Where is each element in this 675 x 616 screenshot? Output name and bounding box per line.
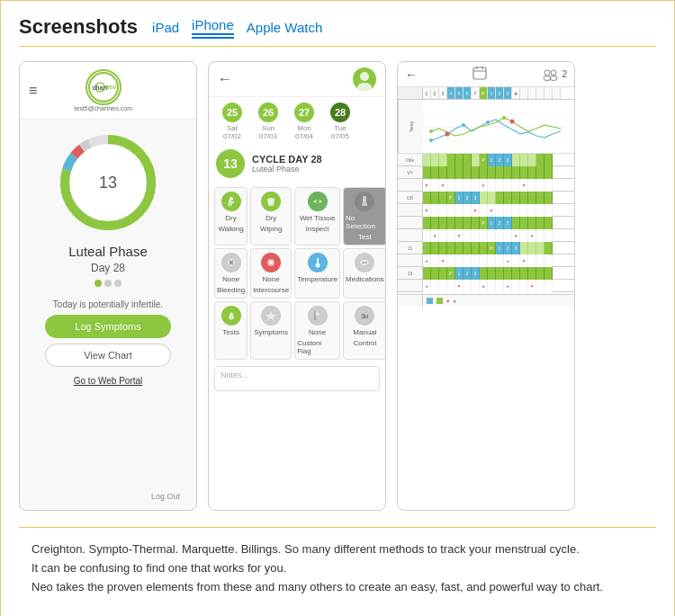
obs-wiping[interactable]: Dry Wiping (250, 187, 292, 246)
intercourse-label: None (263, 275, 280, 283)
description-box: Creighton. Sympto-Thermal. Marquette. Bi… (19, 527, 656, 609)
svg-point-11 (357, 83, 372, 91)
wiping-sublabel: Wiping (260, 225, 282, 233)
tab-apple-watch[interactable]: Apple Watch (247, 18, 323, 37)
symptoms-icon (261, 306, 281, 326)
temperature-sublabel: Temperature (297, 275, 338, 283)
phone-screen-3: ← 2 (397, 61, 575, 511)
tab-iphone[interactable]: iPhone (192, 15, 234, 39)
medications-icon (355, 253, 374, 272)
obs-walking[interactable]: Dry Walking (214, 187, 248, 246)
svg-text:neo: neo (104, 84, 115, 90)
obs-temperature[interactable]: Temperature (294, 248, 340, 299)
date-item-27[interactable]: 27 Mon 07/04 (288, 103, 320, 140)
logout-text[interactable]: Log Out (142, 488, 189, 504)
circle-day-number: 13 (99, 174, 117, 192)
symptoms-sublabel: Symptoms (254, 328, 288, 336)
bleeding-label: None (222, 275, 239, 283)
logo-circle: chart neo (86, 69, 122, 105)
svg-rect-30 (473, 67, 486, 79)
medications-sublabel: Medications (346, 275, 384, 283)
date-day-mon: Mon (297, 124, 311, 132)
s2-avatar (353, 67, 376, 91)
obs-inspect[interactable]: Wet Tissue Inspect (294, 187, 340, 246)
control-label: Manual (353, 328, 376, 336)
svg-point-23 (315, 263, 320, 268)
log-symptoms-button[interactable]: Log Symptoms (45, 315, 171, 338)
page-title: Screenshots (19, 15, 138, 39)
notes-placeholder: Notes... (220, 370, 248, 379)
dot-2 (104, 280, 112, 287)
date-num-26: 26 (258, 103, 278, 122)
svg-point-12 (230, 197, 233, 201)
back-icon[interactable]: ← (218, 71, 232, 87)
header: Screenshots iPad iPhone Apple Watch (19, 15, 656, 47)
date-item-25[interactable]: 25 Sat 07/02 (216, 103, 248, 140)
cycle-text-block: CYCLE DAY 28 Luteal Phase (252, 154, 322, 174)
dot-3 (114, 280, 122, 287)
date-mmdd-4: 07/05 (331, 132, 349, 140)
date-item-28[interactable]: 28 Tue 07/05 (324, 103, 356, 140)
phase-title: Luteal Phase (68, 244, 148, 259)
svg-point-42 (462, 123, 465, 127)
date-num-28: 28 (330, 103, 350, 122)
svg-text:M: M (364, 314, 368, 319)
svg-point-43 (486, 121, 490, 124)
svg-point-47 (510, 120, 515, 124)
s3-topbar: ← 2 (398, 62, 574, 87)
date-day-sat: Sat (227, 124, 238, 132)
temperature-icon (308, 253, 328, 272)
inspect-icon (308, 192, 328, 211)
svg-marker-26 (266, 311, 276, 321)
svg-point-46 (446, 132, 450, 137)
walking-icon (221, 192, 241, 211)
view-chart-button[interactable]: View Chart (45, 344, 171, 367)
obs-medications[interactable]: Medications (343, 248, 386, 299)
web-portal-link[interactable]: Go to Web Portal (74, 376, 143, 386)
date-item-26[interactable]: 26 Sun 07/03 (252, 103, 284, 140)
obs-tests[interactable]: Tests (214, 301, 248, 360)
description-line-1: Creighton. Sympto-Thermal. Marquette. Bi… (32, 542, 603, 594)
s3-chart-area: 1 2 3 4 5 6 7 P 1 2 3 ★ (398, 87, 574, 307)
phase-day: Day 28 (91, 262, 125, 274)
s1-topbar: ≡ chart neo test5@chartneo.com (20, 62, 196, 120)
s3-calendar-icon[interactable] (472, 66, 487, 83)
s3-back-icon[interactable]: ← (405, 67, 418, 82)
tab-ipad[interactable]: iPad (152, 18, 179, 37)
s2-date-strip: 25 Sat 07/02 26 Sun 07/03 27 Mon 07/04 2… (209, 97, 385, 146)
obs-control[interactable]: 3M Manual Control (343, 301, 386, 360)
cycle-subtitle: Luteal Phase (252, 165, 322, 174)
walking-sublabel: Walking (218, 225, 243, 233)
obs-custom-flag[interactable]: None Custom Flag (294, 301, 340, 360)
description-text: Creighton. Sympto-Thermal. Marquette. Bi… (32, 540, 644, 596)
s2-cycle-info: 13 CYCLE DAY 28 Luteal Phase (209, 146, 385, 183)
phone-screen-1: ≡ chart neo test5@chartneo.com (19, 61, 197, 511)
obs-test[interactable]: No Selection Test (343, 187, 386, 246)
cycle-dots (94, 280, 122, 287)
obs-bleeding[interactable]: None Bleeding (214, 248, 248, 299)
date-num-25: 25 (222, 103, 242, 122)
walking-label: Dry (225, 214, 236, 222)
s1-logo: chart neo test5@chartneo.com (74, 69, 132, 112)
date-mmdd-1: 07/02 (223, 132, 241, 140)
notes-field[interactable]: Notes... (214, 366, 380, 391)
test-icon (355, 192, 374, 211)
control-sublabel: Control (354, 339, 377, 347)
phone-screen-2: ← 25 Sat 07/02 26 Sun 07/ (208, 61, 386, 511)
date-mmdd-2: 07/03 (259, 132, 277, 140)
tests-sublabel: Tests (222, 328, 239, 336)
wiping-label: Dry (266, 214, 276, 222)
custom-flag-sublabel: Custom Flag (297, 339, 338, 355)
date-day-sun: Sun (262, 124, 274, 132)
svg-rect-14 (363, 196, 366, 204)
observation-grid: Dry Walking Dry Wiping Wet Tissue (209, 183, 385, 363)
svg-rect-15 (362, 203, 367, 206)
date-num-27: 27 (294, 103, 314, 122)
svg-point-13 (316, 200, 320, 203)
s3-content: ← 2 (398, 62, 574, 510)
obs-symptoms[interactable]: Symptoms (250, 301, 292, 360)
hamburger-icon[interactable]: ≡ (29, 83, 37, 99)
obs-intercourse[interactable]: None Intercourse (250, 248, 292, 299)
test-sublabel: Test (358, 233, 372, 241)
date-day-tue: Tue (334, 124, 346, 132)
